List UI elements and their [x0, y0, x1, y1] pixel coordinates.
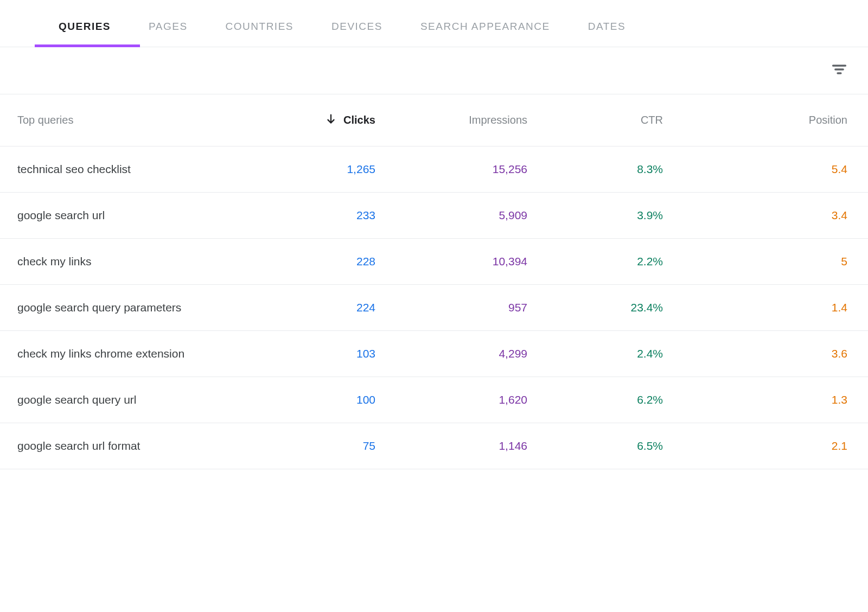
- cell-ctr: 6.2%: [527, 393, 663, 406]
- cell-position: 3.6: [663, 347, 851, 360]
- tab-countries[interactable]: COUNTRIES: [226, 11, 293, 47]
- cell-position: 1.3: [663, 393, 851, 406]
- header-clicks[interactable]: Clicks: [278, 113, 375, 127]
- table-row[interactable]: check my links 228 10,394 2.2% 5: [0, 239, 868, 285]
- cell-position: 5: [663, 255, 851, 268]
- tab-dates[interactable]: DATES: [588, 11, 626, 47]
- tab-queries[interactable]: QUERIES: [59, 11, 111, 47]
- table-row[interactable]: technical seo checklist 1,265 15,256 8.3…: [0, 146, 868, 193]
- cell-query: google search query url: [17, 393, 278, 406]
- cell-ctr: 23.4%: [527, 301, 663, 314]
- cell-ctr: 8.3%: [527, 163, 663, 176]
- cell-query: check my links: [17, 255, 278, 268]
- cell-impressions: 1,620: [375, 393, 527, 406]
- table-row[interactable]: google search query url 100 1,620 6.2% 1…: [0, 377, 868, 423]
- tab-search-appearance[interactable]: SEARCH APPEARANCE: [420, 11, 550, 47]
- filter-icon[interactable]: [830, 60, 848, 81]
- header-position[interactable]: Position: [663, 114, 851, 126]
- cell-position: 5.4: [663, 163, 851, 176]
- tab-pages[interactable]: PAGES: [149, 11, 188, 47]
- table-row[interactable]: google search url 233 5,909 3.9% 3.4: [0, 193, 868, 239]
- cell-impressions: 5,909: [375, 209, 527, 222]
- cell-clicks: 103: [278, 347, 375, 360]
- cell-position: 1.4: [663, 301, 851, 314]
- cell-clicks: 224: [278, 301, 375, 314]
- cell-ctr: 3.9%: [527, 209, 663, 222]
- table-row[interactable]: check my links chrome extension 103 4,29…: [0, 331, 868, 377]
- cell-query: google search url: [17, 209, 278, 222]
- cell-impressions: 10,394: [375, 255, 527, 268]
- report-container: QUERIES PAGES COUNTRIES DEVICES SEARCH A…: [0, 0, 868, 469]
- header-ctr[interactable]: CTR: [527, 114, 663, 126]
- table-row[interactable]: google search query parameters 224 957 2…: [0, 285, 868, 331]
- cell-query: check my links chrome extension: [17, 347, 278, 360]
- header-impressions[interactable]: Impressions: [375, 114, 527, 126]
- table-header-row: Top queries Clicks Impressions CTR Posit…: [0, 94, 868, 146]
- cell-ctr: 2.4%: [527, 347, 663, 360]
- cell-query: google search url format: [17, 439, 278, 452]
- cell-ctr: 6.5%: [527, 439, 663, 452]
- cell-clicks: 75: [278, 439, 375, 452]
- tab-devices[interactable]: DEVICES: [331, 11, 382, 47]
- cell-impressions: 1,146: [375, 439, 527, 452]
- cell-clicks: 233: [278, 209, 375, 222]
- cell-ctr: 2.2%: [527, 255, 663, 268]
- cell-clicks: 1,265: [278, 163, 375, 176]
- sort-descending-icon: [325, 113, 337, 127]
- cell-position: 3.4: [663, 209, 851, 222]
- cell-clicks: 100: [278, 393, 375, 406]
- table-row[interactable]: google search url format 75 1,146 6.5% 2…: [0, 423, 868, 469]
- cell-query: technical seo checklist: [17, 163, 278, 176]
- tabs-bar: QUERIES PAGES COUNTRIES DEVICES SEARCH A…: [0, 0, 868, 47]
- cell-position: 2.1: [663, 439, 851, 452]
- cell-query: google search query parameters: [17, 301, 278, 314]
- header-clicks-label: Clicks: [343, 114, 375, 126]
- header-queries[interactable]: Top queries: [17, 114, 278, 126]
- filter-toolbar: [0, 47, 868, 94]
- tab-active-indicator: [35, 44, 140, 47]
- cell-clicks: 228: [278, 255, 375, 268]
- cell-impressions: 957: [375, 301, 527, 314]
- cell-impressions: 15,256: [375, 163, 527, 176]
- cell-impressions: 4,299: [375, 347, 527, 360]
